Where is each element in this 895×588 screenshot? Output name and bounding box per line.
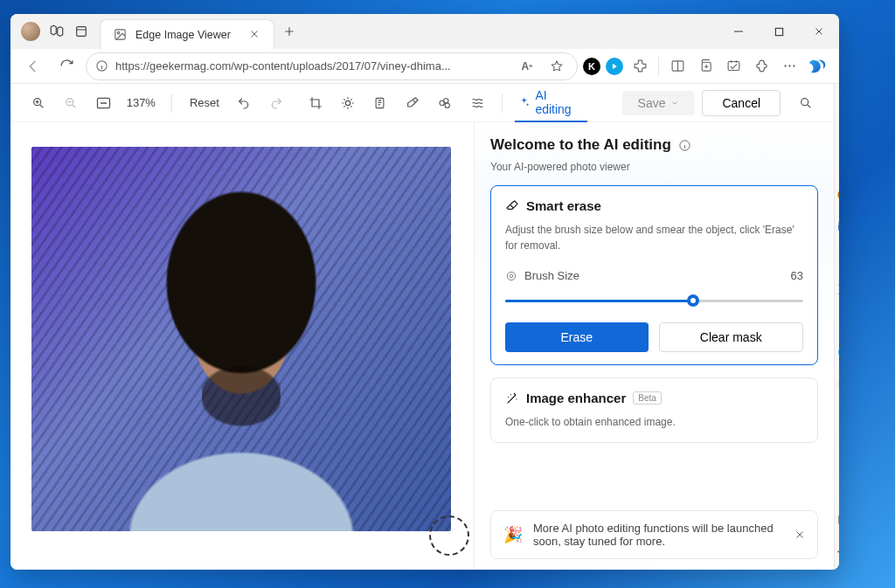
content-area: 137% Reset xyxy=(10,84,839,570)
window-maximize[interactable] xyxy=(759,14,799,49)
sidebar-outlook-icon[interactable] xyxy=(835,217,839,236)
markup-icon[interactable] xyxy=(367,90,392,116)
tab-title: Edge Image Viewer xyxy=(135,29,231,41)
svg-rect-25 xyxy=(838,222,839,232)
profile-avatar[interactable] xyxy=(21,22,40,41)
redo-icon[interactable] xyxy=(264,90,289,116)
viewer-body: Welcome to the AI editing Your AI-powere… xyxy=(10,122,834,570)
cancel-button[interactable]: Cancel xyxy=(702,90,781,116)
site-info-icon[interactable] xyxy=(95,59,108,73)
browser-tab[interactable]: Edge Image Viewer xyxy=(100,19,274,49)
panel-heading: Welcome to the AI editing xyxy=(490,136,818,154)
viewer-toolbar: 137% Reset xyxy=(10,84,834,122)
filters-icon[interactable] xyxy=(464,90,489,116)
copilot-icon[interactable] xyxy=(806,55,830,78)
erase-tool-icon[interactable] xyxy=(399,90,425,116)
target-icon xyxy=(505,270,517,282)
sidebar-send-icon[interactable] xyxy=(835,280,839,299)
svg-point-21 xyxy=(507,272,515,280)
workspaces-icon[interactable] xyxy=(49,24,65,39)
blur-bg-icon[interactable] xyxy=(432,90,457,116)
svg-point-14 xyxy=(345,100,350,105)
divider xyxy=(658,57,659,76)
close-tab-icon[interactable] xyxy=(249,29,261,41)
enhancer-desc: One-click to obtain enhanced image. xyxy=(505,414,803,430)
sidebar-onenote-icon[interactable]: N xyxy=(835,311,839,330)
read-aloud-icon[interactable]: A» xyxy=(516,55,538,78)
title-bar: Edge Image Viewer xyxy=(10,14,839,49)
address-bar: https://geekermag.com/wp-content/uploads… xyxy=(10,49,839,84)
split-screen-icon[interactable] xyxy=(666,55,689,78)
back-button[interactable] xyxy=(19,52,47,80)
sidebar-games-icon[interactable] xyxy=(835,154,839,173)
sidebar-m365-icon[interactable] xyxy=(835,185,839,204)
image-viewer: 137% Reset xyxy=(10,84,834,570)
panel-subheading: Your AI-powered photo viewer xyxy=(490,161,818,173)
image-canvas[interactable] xyxy=(10,122,474,570)
undo-icon[interactable] xyxy=(232,90,257,116)
url-text: https://geekermag.com/wp-content/uploads… xyxy=(115,59,509,73)
ai-editing-tab[interactable]: AI editing xyxy=(515,84,587,122)
ai-editing-label: AI editing xyxy=(535,88,584,116)
fit-icon[interactable] xyxy=(91,90,116,116)
toast-text: More AI photo editing functions will be … xyxy=(533,522,784,548)
sidebar-designer-icon[interactable] xyxy=(835,248,839,267)
search-icon[interactable] xyxy=(793,90,818,116)
browser-essentials-icon[interactable] xyxy=(750,55,773,78)
sidebar-add-icon[interactable] xyxy=(835,405,839,425)
tab-actions-icon[interactable] xyxy=(73,24,89,39)
zoom-out-icon[interactable] xyxy=(59,90,84,116)
divider xyxy=(502,93,503,113)
svg-point-28 xyxy=(838,346,839,358)
svg-point-9 xyxy=(788,65,790,66)
sidebar-toggle-icon[interactable] xyxy=(835,510,839,529)
save-button[interactable]: Save xyxy=(622,91,696,115)
party-icon: 🎉 xyxy=(503,525,523,544)
brush-size-label: Brush Size xyxy=(524,269,579,282)
refresh-button[interactable] xyxy=(52,52,80,80)
smart-erase-desc: Adjust the brush size below and smear th… xyxy=(505,222,803,253)
browser-window: Edge Image Viewer https://geekermag.com/… xyxy=(10,14,839,570)
smart-erase-card: Smart erase Adjust the brush size below … xyxy=(490,185,818,365)
beta-badge: Beta xyxy=(633,391,662,405)
brush-size-slider[interactable] xyxy=(505,294,803,307)
erase-button[interactable]: Erase xyxy=(505,322,649,352)
adjust-icon[interactable] xyxy=(336,90,361,116)
sidebar-skype-icon[interactable]: S xyxy=(835,342,839,362)
person-subject xyxy=(84,177,399,531)
sidebar-tools-icon[interactable] xyxy=(835,122,839,142)
screenshot-icon[interactable] xyxy=(722,55,745,78)
svg-rect-7 xyxy=(728,62,739,71)
page: 137% Reset xyxy=(10,84,834,570)
svg-point-10 xyxy=(793,65,794,66)
brush-cursor-icon xyxy=(429,515,469,556)
svg-point-8 xyxy=(784,65,786,66)
sidebar-settings-icon[interactable] xyxy=(835,542,839,561)
edge-sidebar: N S G xyxy=(834,84,839,570)
extensions-icon[interactable] xyxy=(628,55,651,78)
svg-rect-15 xyxy=(376,98,384,107)
favorite-icon[interactable] xyxy=(545,55,568,78)
info-icon[interactable] xyxy=(678,139,691,152)
sidebar-shopping-icon[interactable] xyxy=(835,91,839,110)
sidebar-google-icon[interactable]: G xyxy=(835,374,839,393)
collections-icon[interactable] xyxy=(694,55,717,78)
close-toast-icon[interactable] xyxy=(794,529,805,540)
crop-icon[interactable] xyxy=(303,90,329,116)
reset-button[interactable]: Reset xyxy=(184,96,225,109)
image-icon xyxy=(113,28,127,42)
new-tab-button[interactable] xyxy=(274,14,304,49)
info-toast: 🎉 More AI photo editing functions will b… xyxy=(490,510,818,559)
image-enhancer-card[interactable]: Image enhancer Beta One-click to obtain … xyxy=(490,377,818,443)
magic-wand-icon xyxy=(505,391,519,405)
window-minimize[interactable] xyxy=(718,14,759,49)
url-box[interactable]: https://geekermag.com/wp-content/uploads… xyxy=(86,52,578,80)
more-menu-icon[interactable] xyxy=(778,55,801,78)
window-close[interactable] xyxy=(799,14,839,49)
zoom-in-icon[interactable] xyxy=(26,90,52,116)
svg-rect-0 xyxy=(77,27,87,37)
extension-k-icon[interactable]: K xyxy=(583,58,600,75)
extension-play-icon[interactable] xyxy=(606,58,623,75)
svg-point-30 xyxy=(838,377,839,390)
clear-mask-button[interactable]: Clear mask xyxy=(659,322,804,352)
